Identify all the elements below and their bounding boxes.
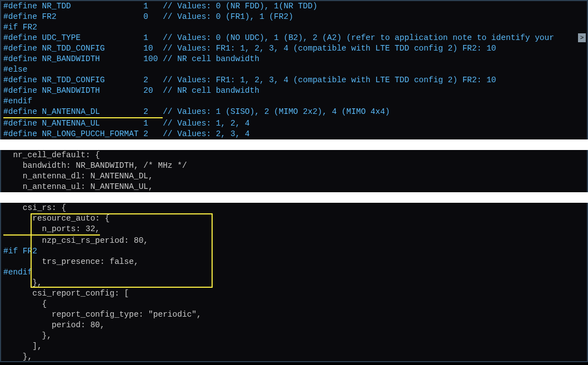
code-line: }, [3, 278, 585, 288]
code-line: #define NR_LONG_PUCCH_FORMAT 2 // Values… [3, 129, 585, 139]
code-line: resource_auto: { [3, 213, 585, 224]
code-line: n_ports: 32, [3, 224, 585, 236]
highlight-antenna-dl: #define N_ANTENNA_DL 2 [3, 107, 163, 118]
code-line: #define NR_TDD_CONFIG 2 // Values: FR1: … [3, 75, 585, 86]
code-line: #define N_ANTENNA_DL 2 // Values: 1 (SIS… [3, 107, 585, 118]
code-line: #define NR_BANDWIDTH 100 // NR cell band… [3, 54, 585, 64]
preproc-if: #if FR2 [3, 246, 585, 257]
code-line: #else [3, 64, 585, 75]
code-block-csirs: csi_rs: { resource_auto: { n_ports: 32, … [0, 203, 588, 362]
code-line: #define N_ANTENNA_UL 1 // Values: 1, 2, … [3, 118, 585, 129]
separator [0, 139, 588, 150]
code-block-defines: > #define NR_TDD 1 // Values: 0 (NR FDD)… [0, 0, 588, 139]
code-line: nzp_csi_rs_period: 80, [3, 236, 585, 246]
code-line: #if FR2 [3, 22, 585, 33]
code-line: #define NR_BANDWIDTH 20 // NR cell bandw… [3, 86, 585, 96]
scroll-indicator[interactable]: > [578, 33, 586, 42]
code-line: #define FR2 0 // Values: 0 (FR1), 1 (FR2… [3, 12, 585, 22]
code-line: trs_presence: false, [3, 257, 585, 267]
code-line: #define NR_TDD 1 // Values: 0 (NR FDD), … [3, 1, 585, 12]
code-line: csi_rs: { [3, 203, 585, 213]
highlight-nports: n_ports: 32, [3, 224, 100, 236]
code-line: #define UDC_TYPE 1 // Values: 0 (NO UDC)… [3, 33, 585, 43]
code-line: #define NR_TDD_CONFIG 10 // Values: FR1:… [3, 43, 585, 54]
code-block-nrcell: nr_cell_default: { bandwidth: NR_BANDWID… [0, 150, 588, 192]
code-line: #endif [3, 96, 585, 107]
preproc-endif: #endif [3, 267, 585, 278]
separator [0, 192, 588, 203]
code-text: csi_report_config: [ { report_config_typ… [3, 288, 585, 362]
code-text: nr_cell_default: { bandwidth: NR_BANDWID… [3, 150, 585, 192]
